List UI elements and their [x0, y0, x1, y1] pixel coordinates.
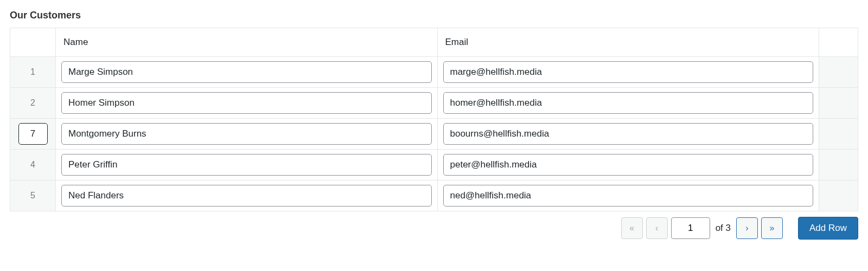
email-input[interactable] [443, 92, 814, 114]
column-header-actions [819, 28, 858, 57]
row-index-label: 4 [30, 160, 35, 169]
email-cell [437, 180, 819, 211]
column-header-name: Name [56, 28, 438, 57]
name-cell [56, 150, 438, 180]
row-actions-cell[interactable] [819, 57, 858, 88]
column-header-email: Email [437, 28, 819, 57]
row-actions-cell[interactable] [819, 119, 858, 150]
row-index-cell[interactable] [10, 119, 56, 150]
name-cell [56, 57, 438, 88]
column-header-index [10, 28, 56, 57]
page-number-input[interactable] [671, 217, 710, 239]
table-row: 5 [10, 180, 858, 211]
page-of-text: of 3 [713, 223, 733, 234]
page-next-button[interactable]: › [736, 217, 758, 239]
name-cell [56, 119, 438, 150]
name-cell [56, 180, 438, 211]
row-index-label: 5 [30, 191, 35, 200]
section-title: Our Customers [10, 10, 858, 21]
email-input[interactable] [443, 185, 814, 207]
row-index-cell[interactable]: 4 [10, 150, 56, 180]
row-index-cell[interactable]: 1 [10, 57, 56, 88]
row-index-cell[interactable]: 5 [10, 180, 56, 211]
row-index-label: 2 [30, 98, 35, 107]
email-cell [437, 57, 819, 88]
name-input[interactable] [61, 185, 432, 207]
email-cell [437, 150, 819, 180]
row-index-label: 1 [30, 67, 35, 76]
table-row: 2 [10, 88, 858, 119]
page-first-button[interactable]: « [621, 217, 643, 239]
email-cell [437, 119, 819, 150]
name-input[interactable] [61, 154, 432, 176]
table-row [10, 119, 858, 150]
email-input[interactable] [443, 61, 814, 83]
email-input[interactable] [443, 154, 814, 176]
name-input[interactable] [61, 61, 432, 83]
name-input[interactable] [61, 92, 432, 114]
row-actions-cell[interactable] [819, 88, 858, 119]
row-index-cell[interactable]: 2 [10, 88, 56, 119]
name-input[interactable] [61, 123, 432, 145]
name-cell [56, 88, 438, 119]
row-actions-cell[interactable] [819, 180, 858, 211]
email-cell [437, 88, 819, 119]
table-row: 1 [10, 57, 858, 88]
row-index-input[interactable] [18, 123, 48, 145]
page-last-button[interactable]: » [761, 217, 783, 239]
customers-table: Name Email 1245 [10, 28, 858, 211]
page-prev-button[interactable]: ‹ [646, 217, 668, 239]
table-row: 4 [10, 150, 858, 180]
row-actions-cell[interactable] [819, 150, 858, 180]
pagination: « ‹ of 3 › » [621, 217, 783, 239]
email-input[interactable] [443, 123, 814, 145]
add-row-button[interactable]: Add Row [798, 217, 858, 240]
